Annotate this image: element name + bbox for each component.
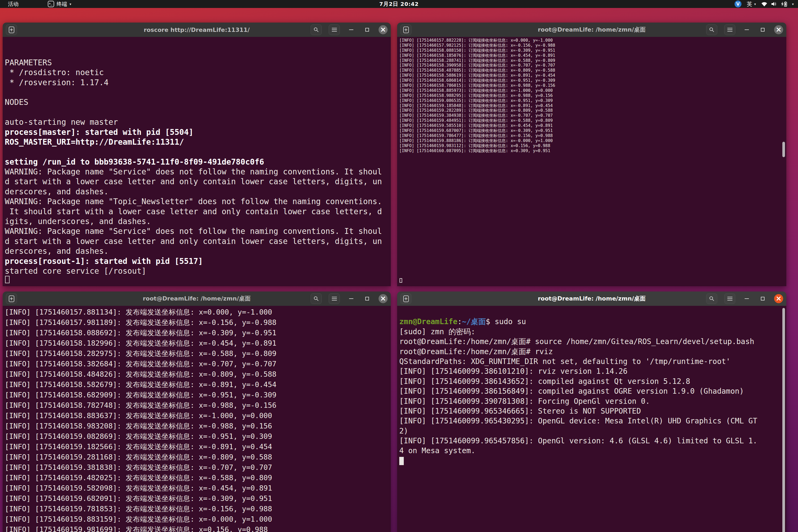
terminal-text-segment: [INFO] [1751460159.182566]: 发布端发送坐标信息: x…: [5, 442, 272, 451]
terminal-text-segment: [INFO] [1751460158.282975]: 发布端发送坐标信息: x…: [5, 349, 277, 358]
terminal-output[interactable]: [INFO] [1751460157.881134]: 发布端发送坐标信息: x…: [3, 306, 391, 532]
terminal-line: [INFO] [1751460160.087095]: 订阅端接收坐标信息: x…: [399, 148, 784, 153]
terminal-line: [INFO] [1751460158.883637]: 发布端发送坐标信息: x…: [5, 411, 388, 421]
terminal-text-segment: $ sudo su: [486, 317, 526, 326]
window-subscriber: + root@DreamLife: /home/zmn/桌面 × [INFO] …: [397, 23, 786, 286]
terminal-text-segment: [INFO] [1751460099.386156849]: compiled …: [399, 387, 744, 396]
terminal-text-segment: [INFO] [1751460159.682091]: 发布端发送坐标信息: x…: [5, 494, 272, 502]
terminal-line: [5, 38, 388, 48]
terminal-text-segment: NODES: [5, 98, 28, 107]
terminal-line: [INFO] [1751460159.983112]: 订阅端接收坐标信息: x…: [399, 144, 784, 148]
maximize-button[interactable]: [758, 25, 767, 34]
terminal-output[interactable]: [INFO] [1751460157.882228]: 订阅端接收坐标信息: x…: [397, 37, 786, 286]
system-status-menu[interactable]: ▾: [761, 1, 794, 7]
terminal-text-segment: started core service [/rosout]: [5, 267, 146, 276]
terminal-text-segment: 2): [399, 426, 408, 435]
terminal-line: [INFO] [1751460158.988295]: 订阅端接收坐标信息: x…: [399, 93, 784, 98]
terminal-line: started core service [/rosout]: [5, 266, 388, 276]
terminal-text-segment: igits, underscores, and dashes.: [5, 217, 151, 226]
terminal-line: [INFO] [1751460158.786015]: 订阅端接收坐标信息: x…: [399, 83, 784, 88]
caret-down-icon: ▾: [754, 2, 756, 6]
terminal-line: [INFO] [1751460099.965457856]: OpenGl ve…: [399, 436, 784, 446]
terminal-line: [INFO] [1751460158.487885]: 订阅端接收坐标信息: x…: [399, 68, 784, 73]
terminal-app-icon: >_: [48, 1, 54, 7]
scrollbar-thumb[interactable]: [782, 142, 785, 157]
search-icon: [709, 296, 715, 301]
terminal-text-segment: [INFO] [1751460099.386143652]: compiled …: [399, 377, 690, 386]
app-menu[interactable]: >_ 终端 ▾: [48, 1, 71, 8]
terminal-line: [INFO] [1751460159.786477]: 订阅端接收坐标信息: x…: [399, 133, 784, 138]
close-button[interactable]: ×: [774, 294, 783, 303]
titlebar[interactable]: + root@DreamLife: /home/zmn/桌面 ×: [397, 23, 786, 37]
menu-button[interactable]: [329, 293, 340, 304]
maximize-button[interactable]: [363, 25, 372, 34]
minimize-button[interactable]: [742, 294, 751, 303]
terminal-text-segment: [INFO] [1751460158.588619]: 订阅端接收坐标信息: x…: [399, 73, 555, 78]
search-button[interactable]: [706, 24, 717, 35]
terminal-text-segment: [INFO] [1751460158.883637]: 发布端发送坐标信息: x…: [5, 412, 272, 420]
new-tab-button[interactable]: +: [6, 293, 17, 304]
minimize-button[interactable]: [742, 25, 751, 34]
terminal-line: d start with a lower case letter and onl…: [5, 236, 388, 246]
terminal-line: [INFO] [1751460159.687007]: 订阅端接收坐标信息: x…: [399, 128, 784, 133]
new-tab-button[interactable]: +: [6, 24, 17, 35]
caret-down-icon: ▾: [792, 2, 794, 6]
terminal-line: [INFO] [1751460158.588619]: 订阅端接收坐标信息: x…: [399, 73, 784, 78]
maximize-icon: [365, 297, 369, 301]
close-button[interactable]: ×: [379, 294, 387, 303]
terminal-line: [INFO] [1751460158.686014]: 订阅端接收坐标信息: x…: [399, 78, 784, 83]
maximize-button[interactable]: [758, 294, 767, 303]
terminal-line: [INFO] [1751460157.981189]: 发布端发送坐标信息: x…: [5, 317, 388, 328]
search-button[interactable]: [706, 293, 717, 304]
close-button[interactable]: ×: [379, 25, 387, 34]
minimize-button[interactable]: [347, 25, 356, 34]
terminal-text-segment: [INFO] [1751460158.782748]: 发布端发送坐标信息: x…: [5, 401, 277, 410]
titlebar[interactable]: + roscore http://DreamLife:11311/ ×: [3, 23, 391, 37]
titlebar[interactable]: + root@DreamLife: /home/zmn/桌面 ×: [3, 291, 391, 306]
terminal-line: setting /run_id to bbb93638-5741-11f0-8f…: [5, 157, 388, 167]
terminal-line: root@DreamLife:/home/zmn/桌面# rviz: [399, 347, 784, 357]
terminal-line: [INFO] [1751460159.888186]: 订阅端接收坐标信息: x…: [399, 138, 784, 144]
terminal-text-segment: [INFO] [1751460158.686014]: 订阅端接收坐标信息: x…: [399, 78, 555, 83]
new-tab-icon: +: [403, 26, 409, 33]
terminal-line: [INFO] [1751460158.390958]: 订阅端接收坐标信息: x…: [399, 63, 784, 68]
terminal-line: [INFO] [1751460159.384938]: 订阅端接收坐标信息: x…: [399, 113, 784, 118]
terminal-text-segment: [INFO] [1751460159.883159]: 发布端发送坐标信息: x…: [5, 515, 272, 523]
app-badge-icon[interactable]: V: [735, 1, 741, 7]
terminal-line: [INFO] [1751460157.882228]: 订阅端接收坐标信息: x…: [399, 38, 784, 43]
terminal-text-segment: [INFO] [1751460159.585510]: 订阅端接收坐标信息: x…: [399, 123, 553, 128]
terminal-text-segment: QStandardPaths: XDG_RUNTIME_DIR not set,…: [399, 357, 730, 366]
maximize-button[interactable]: [363, 294, 372, 303]
terminal-text-segment: [INFO] [1751460159.282289]: 订阅端接收坐标信息: x…: [399, 108, 553, 113]
terminal-output[interactable]: zmn@DreamLife:~/桌面$ sudo su[sudo] zmn 的密…: [397, 306, 786, 532]
window-publisher: + root@DreamLife: /home/zmn/桌面 × [INFO] …: [3, 291, 391, 532]
minimize-button[interactable]: [347, 294, 356, 303]
input-method-indicator[interactable]: 英 ▾: [747, 1, 756, 8]
menu-button[interactable]: [724, 293, 735, 304]
terminal-line: 4 on Mesa system.: [399, 446, 784, 456]
clock[interactable]: 7月2日 20:42: [379, 1, 419, 8]
close-icon: ×: [380, 295, 386, 302]
terminal-text-segment: root@DreamLife:/home/zmn/桌面# rviz: [399, 347, 553, 356]
terminal-line: [INFO] [1751460099.965430295]: OpenGL de…: [399, 416, 784, 426]
terminal-output[interactable]: PARAMETERS * /rosdistro: noetic * /rosve…: [3, 37, 391, 286]
titlebar[interactable]: + root@DreamLife: /home/zmn/桌面 ×: [397, 291, 786, 306]
new-tab-icon: +: [9, 296, 14, 302]
terminal-line: igits, underscores, and dashes.: [5, 216, 388, 226]
search-button[interactable]: [310, 24, 322, 35]
terminal-text-segment: [INFO] [1751460159.384938]: 订阅端接收坐标信息: x…: [399, 113, 553, 118]
terminal-line: auto-starting new master: [5, 117, 388, 127]
menu-button[interactable]: [724, 24, 735, 35]
new-tab-button[interactable]: +: [400, 293, 412, 304]
new-tab-button[interactable]: +: [400, 24, 412, 35]
terminal-text-segment: [INFO] [1751460160.087095]: 订阅端接收坐标信息: x…: [399, 148, 550, 153]
scrollbar-thumb[interactable]: [782, 308, 785, 532]
close-button[interactable]: ×: [774, 25, 783, 34]
search-button[interactable]: [310, 293, 322, 304]
activities-button[interactable]: 活动: [6, 1, 21, 8]
menu-button[interactable]: [329, 24, 340, 35]
terminal-line: PARAMETERS: [5, 58, 388, 68]
terminal-line: [5, 147, 388, 157]
terminal-text-segment: [INFO] [1751460159.888186]: 订阅端接收坐标信息: x…: [399, 138, 553, 143]
terminal-line: d start with a lower case letter and onl…: [5, 177, 388, 187]
